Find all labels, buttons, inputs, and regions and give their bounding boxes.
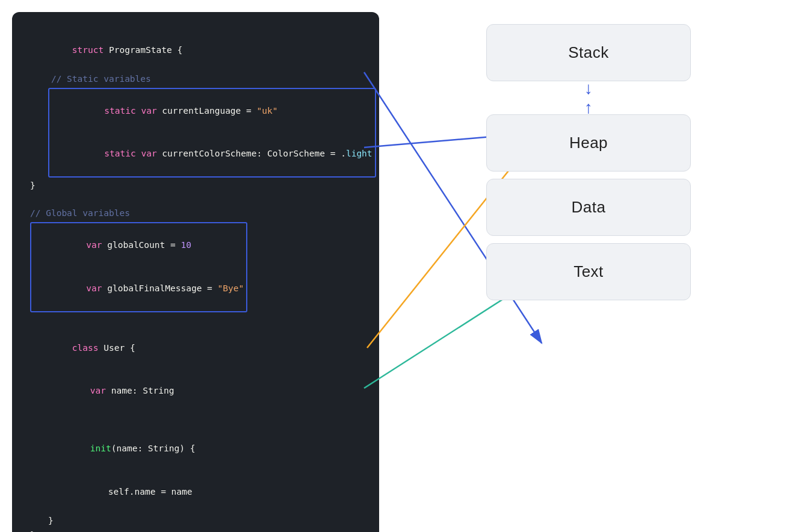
var-name-line: var name: String xyxy=(30,370,361,413)
heap-label: Heap xyxy=(569,134,608,152)
comment-global-line: // Global variables xyxy=(30,206,361,221)
static-vars-highlight: static var currentLanguage = "uk" static… xyxy=(48,88,376,178)
stack-heap-arrows: ↓ ↑ xyxy=(584,81,593,114)
data-box: Data xyxy=(486,179,691,236)
class-close-line: } xyxy=(30,528,361,533)
blank-class-1 xyxy=(30,413,361,427)
stack-label: Stack xyxy=(568,43,609,62)
arrow-down-icon: ↓ xyxy=(584,80,593,97)
global-vars-highlight: var globalCount = 10 var globalFinalMess… xyxy=(30,222,247,312)
self-name-line: self.name = name xyxy=(30,471,361,514)
static-lang-line: static var currentLanguage = "uk" xyxy=(52,90,373,133)
comment-static-line: // Static variables xyxy=(30,72,361,87)
struct-close-line: } xyxy=(30,179,361,193)
main-container: struct ProgramState { // Static variable… xyxy=(0,0,810,532)
init-decl-line: init(name: String) { xyxy=(30,427,361,471)
stack-box: Stack xyxy=(486,24,691,81)
text-box: Text xyxy=(486,243,691,300)
text-label: Text xyxy=(573,262,604,281)
static-color-line: static var currentColorScheme: ColorSche… xyxy=(52,132,373,176)
class-header-line: class User { xyxy=(30,327,361,370)
class-block: class User { var name: String init(name:… xyxy=(30,327,361,532)
init-close-line: } xyxy=(30,514,361,528)
struct-header-line: struct ProgramState { xyxy=(30,29,361,72)
struct-block: struct ProgramState { // Static variable… xyxy=(30,29,361,193)
global-msg-line: var globalFinalMessage = "Bye" xyxy=(34,267,244,311)
global-count-line: var globalCount = 10 xyxy=(34,224,244,267)
data-label: Data xyxy=(572,198,606,217)
memory-panel: Stack ↓ ↑ Heap Data Text xyxy=(379,12,798,312)
heap-box: Heap xyxy=(486,114,691,172)
arrow-up-icon: ↑ xyxy=(584,99,593,116)
global-block: // Global variables var globalCount = 10… xyxy=(30,206,361,313)
code-panel: struct ProgramState { // Static variable… xyxy=(12,12,379,532)
